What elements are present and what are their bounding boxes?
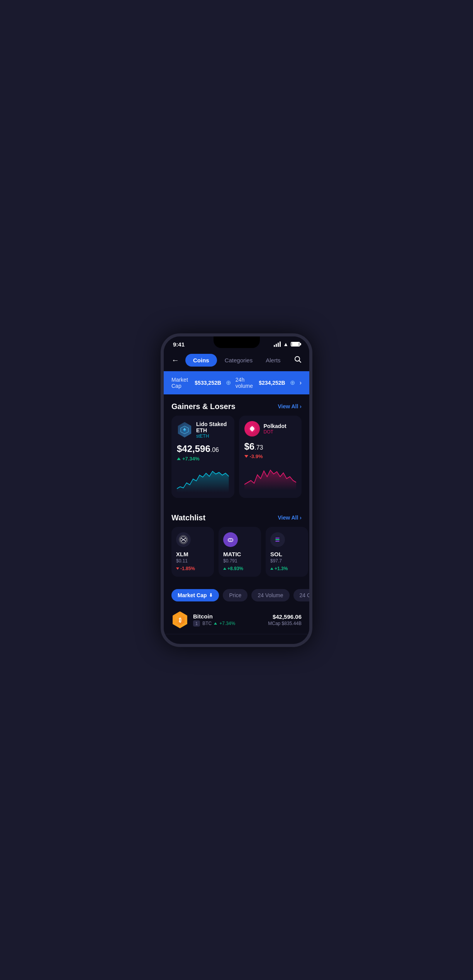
bitcoin-info: Bitcoin 1 BTC +7.34% xyxy=(193,613,268,627)
matic-price: $0.791 xyxy=(223,558,256,564)
sort-bar: Market Cap ⬇ Price 24 Volume 24 Change xyxy=(164,584,309,606)
xlm-symbol: XLM xyxy=(176,551,209,557)
tab-alerts[interactable]: Alerts xyxy=(260,354,286,367)
svg-line-1 xyxy=(299,361,301,362)
down-arrow-icon xyxy=(244,455,248,458)
sort-volume-button[interactable]: 24 Volume xyxy=(251,589,289,601)
matic-icon xyxy=(223,532,238,547)
gainers-losers-cards: Lido Staked ETH stETH $42,596.06 +7.34% xyxy=(164,416,309,506)
watchlist-view-all[interactable]: View All › xyxy=(278,515,302,521)
steth-price: $42,596.06 xyxy=(177,443,229,454)
volume-label: 24h volume xyxy=(236,377,256,389)
bitcoin-mcap: MCap $835.44B xyxy=(268,621,302,626)
notch xyxy=(214,336,260,348)
xlm-change: -1.85% xyxy=(176,566,209,571)
up-icon xyxy=(223,567,226,570)
dot-chart xyxy=(244,463,297,490)
market-cap-arrow: › xyxy=(300,379,302,386)
up-icon-sol xyxy=(270,567,273,570)
svg-text:P: P xyxy=(251,427,253,431)
watchlist-title: Watchlist xyxy=(171,513,205,522)
steth-chart xyxy=(177,465,229,493)
market-cap-banner[interactable]: Market Cap $533,252B ⊕ 24h volume $234,2… xyxy=(164,371,309,394)
bitcoin-right: $42,596.06 MCap $835.44B xyxy=(268,613,302,626)
search-button[interactable] xyxy=(294,355,302,365)
dot-name: Polkadot xyxy=(264,423,287,429)
bitcoin-icon: ₿ xyxy=(171,611,188,628)
bitcoin-meta: 1 BTC +7.34% xyxy=(193,620,268,627)
dot-icon: P xyxy=(244,421,260,436)
sol-symbol: SOL xyxy=(270,551,303,557)
dot-price: $6.73 xyxy=(244,441,297,452)
matic-change: +8.93% xyxy=(223,566,256,571)
sol-price: $97.7 xyxy=(270,558,303,564)
nav-bar: ← Coins Categories Alerts xyxy=(164,349,309,371)
btc-change-icon xyxy=(214,622,217,625)
gainers-losers-title: Gainers & Losers xyxy=(171,402,236,411)
steth-icon xyxy=(177,422,192,438)
watchlist-header: Watchlist View All › xyxy=(164,506,309,527)
steth-symbol: stETH xyxy=(196,433,229,439)
matic-symbol: MATIC xyxy=(223,551,256,557)
market-cap-label: Market Cap xyxy=(171,377,192,389)
gainers-view-all[interactable]: View All › xyxy=(278,403,302,409)
gainers-losers-header: Gainers & Losers View All › xyxy=(164,394,309,416)
phone-shell: 9:41 ▲ ← Coins Categories A xyxy=(161,333,312,647)
market-cap-sep1: ⊕ xyxy=(226,379,231,386)
xlm-icon xyxy=(176,532,191,547)
xlm-watch-card[interactable]: XLM $0.11 -1.85% xyxy=(171,527,214,577)
sol-change: +1.3% xyxy=(270,566,303,571)
dot-change: -3.9% xyxy=(244,453,297,459)
up-arrow-icon xyxy=(177,457,181,460)
dot-card-header: P Polkadot DOT xyxy=(244,421,297,436)
sort-change-button[interactable]: 24 Change xyxy=(293,589,309,601)
sol-watch-card[interactable]: SOL $97.7 +1.3% xyxy=(266,527,308,577)
status-icons: ▲ xyxy=(274,341,300,347)
bitcoin-price: $42,596.06 xyxy=(268,613,302,620)
down-icon xyxy=(176,567,179,570)
tab-categories[interactable]: Categories xyxy=(219,354,258,367)
battery-icon xyxy=(291,342,300,346)
dot-card[interactable]: P Polkadot DOT $6.73 -3.9% xyxy=(239,416,302,498)
signal-bars-icon xyxy=(274,341,281,347)
nav-tabs: Coins Categories Alerts xyxy=(185,354,292,367)
xlm-price: $0.11 xyxy=(176,558,209,564)
matic-watch-card[interactable]: MATIC $0.791 +8.93% xyxy=(219,527,261,577)
market-cap-value: $533,252B xyxy=(195,380,221,386)
status-time: 9:41 xyxy=(173,341,185,348)
back-button[interactable]: ← xyxy=(171,356,184,365)
bitcoin-rank: 1 xyxy=(193,620,200,627)
volume-value: $234,252B xyxy=(259,380,285,386)
tab-coins[interactable]: Coins xyxy=(185,354,217,367)
steth-card[interactable]: Lido Staked ETH stETH $42,596.06 +7.34% xyxy=(171,416,234,498)
phone-screen: 9:41 ▲ ← Coins Categories A xyxy=(164,336,309,644)
sol-icon xyxy=(270,532,285,547)
bitcoin-name: Bitcoin xyxy=(193,613,268,620)
svg-point-0 xyxy=(295,357,300,361)
wifi-icon: ▲ xyxy=(283,341,288,347)
sort-price-button[interactable]: Price xyxy=(223,589,248,601)
bitcoin-list-item[interactable]: ₿ Bitcoin 1 BTC +7.34% $42,596.06 MCap $… xyxy=(164,606,309,634)
sort-marketcap-button[interactable]: Market Cap ⬇ xyxy=(171,589,219,601)
sort-arrow-icon: ⬇ xyxy=(209,593,213,598)
steth-change: +7.34% xyxy=(177,456,229,462)
market-cap-sep2: ⊕ xyxy=(290,379,295,386)
watchlist-cards: XLM $0.11 -1.85% MATIC $0.791 xyxy=(164,527,309,584)
dot-symbol: DOT xyxy=(264,429,287,435)
steth-name: Lido Staked ETH xyxy=(196,421,229,433)
steth-card-header: Lido Staked ETH stETH xyxy=(177,421,229,439)
svg-text:₿: ₿ xyxy=(179,617,181,623)
